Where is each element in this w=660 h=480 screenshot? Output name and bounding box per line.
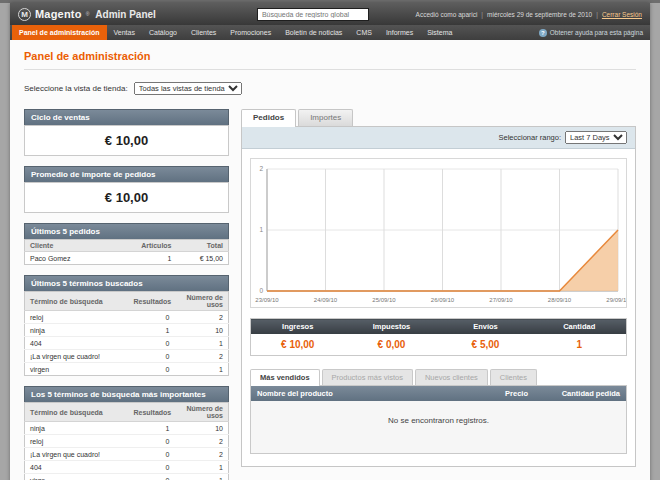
cell-results: 0	[129, 363, 175, 376]
nav-item-informes[interactable]: Informes	[379, 25, 420, 40]
empty-records-message: No se encontraron registros.	[251, 401, 626, 453]
cell-term: 404	[25, 461, 129, 474]
separator: |	[481, 11, 483, 18]
magento-logo-icon: M	[18, 8, 31, 21]
global-search-input[interactable]	[257, 8, 369, 21]
table-row[interactable]: ninja 1 10	[25, 422, 229, 435]
svg-text:2: 2	[259, 165, 263, 172]
diagram-tabs: Pedidos Importes	[241, 109, 636, 126]
cell-results: 1	[129, 422, 175, 435]
cell-term: ¡La virgen que cuadro!	[25, 448, 129, 461]
registered-mark: ®	[86, 11, 90, 17]
magento-logo: M Magento ® Admin Panel	[18, 8, 257, 21]
column-header: Resultados	[129, 403, 175, 422]
dashboard-main-column: Pedidos Importes Seleccionar rango: Last…	[241, 109, 636, 480]
tab-importes[interactable]: Importes	[298, 109, 353, 126]
table-row[interactable]: ¡La virgen que cuadro! 0 2	[25, 448, 229, 461]
cell-results: 0	[129, 448, 175, 461]
table-header-row: Término de búsqueda Resultados Número de…	[25, 403, 229, 422]
table-row[interactable]: virgen 0 1	[25, 363, 229, 376]
table-row[interactable]: virge 0 1	[25, 474, 229, 480]
table-header-row: Cliente Artículos Total	[25, 240, 229, 252]
cell-uses: 2	[175, 435, 229, 448]
total-label-cantidad: Cantidad	[533, 319, 627, 335]
total-value-ingresos: € 10,00	[251, 334, 345, 356]
column-header: Total	[177, 240, 229, 252]
store-switcher-select[interactable]: Todas las vistas de tienda	[134, 82, 242, 95]
page-help-link[interactable]: ? Obtener ayuda para esta página	[539, 25, 650, 40]
svg-text:27/09/10: 27/09/10	[489, 297, 513, 303]
average-orders-value: € 10,00	[24, 182, 229, 213]
total-value-envios: € 5,00	[439, 334, 533, 356]
table-row[interactable]: reloj 0 2	[25, 311, 229, 324]
lifetime-sales-value: € 10,00	[24, 125, 229, 156]
tab-clientes[interactable]: Clientes	[490, 369, 537, 385]
cell-total: € 15,00	[177, 252, 229, 265]
cell-term: 404	[25, 337, 129, 350]
cell-term: reloj	[25, 435, 129, 448]
cell-results: 0	[129, 337, 175, 350]
orders-chart: 01223/09/1024/09/1025/09/1026/09/1027/09…	[250, 158, 627, 308]
block-header-average: Promedio de importe de pedidos	[24, 166, 229, 182]
table-row[interactable]: 404 0 1	[25, 461, 229, 474]
block-header-lifetime: Ciclo de ventas	[24, 109, 229, 125]
table-row[interactable]: reloj 0 2	[25, 435, 229, 448]
block-header-top-search: Los 5 términos de búsqueda más important…	[24, 386, 229, 402]
table-row[interactable]: ninja 1 10	[25, 324, 229, 337]
column-header: Resultados	[129, 292, 175, 311]
total-label-ingresos: Ingresos	[251, 319, 345, 335]
table-row[interactable]: Paco Gomez 1 € 15,00	[25, 252, 229, 265]
nav-item-clientes[interactable]: Clientes	[184, 25, 223, 40]
cell-term: ninja	[25, 324, 129, 337]
column-header: Número de usos	[175, 292, 229, 311]
last-search-terms-block: Últimos 5 términos buscados Término de b…	[24, 275, 229, 376]
tab-mas-vendidos[interactable]: Más vendidos	[250, 369, 320, 386]
column-header: Cantidad pedida	[534, 386, 626, 401]
dashboard-totals: Ingresos Impuestos Envíos Cantidad € 10,…	[250, 318, 627, 356]
range-select[interactable]: Last 7 Days	[565, 131, 627, 144]
dashboard-left-column: Ciclo de ventas € 10,00 Promedio de impo…	[24, 109, 229, 480]
tab-nuevos-clientes[interactable]: Nuevos clientes	[415, 369, 488, 385]
page-title: Panel de administración	[24, 50, 636, 62]
cell-term: reloj	[25, 311, 129, 324]
cell-uses: 1	[175, 474, 229, 480]
svg-text:24/09/10: 24/09/10	[314, 297, 338, 303]
table-row[interactable]: ¡La virgen que cuadro! 0 2	[25, 350, 229, 363]
cell-term: ¡La virgen que cuadro!	[25, 350, 129, 363]
cell-results: 0	[129, 474, 175, 480]
header-user-area: Accedió como aparici | miércoles 29 de s…	[369, 11, 642, 18]
cell-uses: 1	[175, 337, 229, 350]
nav-item-ventas[interactable]: Ventas	[107, 25, 142, 40]
store-switcher: Seleccione la vista de tienda: Todas las…	[24, 82, 636, 95]
range-label: Seleccionar rango:	[498, 133, 561, 142]
diagram-panel: Seleccionar rango: Last 7 Days 01223/09/…	[241, 126, 636, 467]
totals-value-row: € 10,00 € 0,00 € 5,00 1	[251, 334, 627, 356]
cell-results: 0	[129, 435, 175, 448]
nav-item-sistema[interactable]: Sistema	[420, 25, 459, 40]
svg-text:23/09/10: 23/09/10	[255, 297, 279, 303]
svg-text:29/09/10: 29/09/10	[606, 297, 626, 303]
total-value-cantidad: 1	[533, 334, 627, 356]
nav-item-dashboard[interactable]: Panel de administración	[12, 25, 107, 40]
logged-in-text: Accedió como aparici	[416, 11, 478, 18]
nav-item-catalogo[interactable]: Catálogo	[142, 25, 184, 40]
help-icon: ?	[539, 29, 547, 37]
table-header-row: Término de búsqueda Resultados Número de…	[25, 292, 229, 311]
nav-item-cms[interactable]: CMS	[349, 25, 379, 40]
nav-item-promociones[interactable]: Promociones	[223, 25, 278, 40]
cell-term: virgen	[25, 363, 129, 376]
cell-results: 0	[129, 311, 175, 324]
lifetime-sales-block: Ciclo de ventas € 10,00	[24, 109, 229, 156]
store-switcher-label: Seleccione la vista de tienda:	[24, 84, 128, 93]
logout-link[interactable]: Cerrar Sesión	[602, 11, 642, 18]
cell-term: ninja	[25, 422, 129, 435]
table-row[interactable]: 404 0 1	[25, 337, 229, 350]
column-header: Artículos	[135, 240, 177, 252]
column-header: Término de búsqueda	[25, 292, 129, 311]
tab-pedidos[interactable]: Pedidos	[241, 109, 296, 127]
orders-chart-svg: 01223/09/1024/09/1025/09/1026/09/1027/09…	[251, 159, 626, 307]
tab-productos-mas-vistos[interactable]: Productos más vistos	[322, 369, 413, 385]
top-search-terms-block: Los 5 términos de búsqueda más important…	[24, 386, 229, 480]
bestsellers-grid: Nombre del producto Precio Cantidad pedi…	[250, 385, 627, 454]
nav-item-boletin[interactable]: Boletín de noticias	[278, 25, 349, 40]
